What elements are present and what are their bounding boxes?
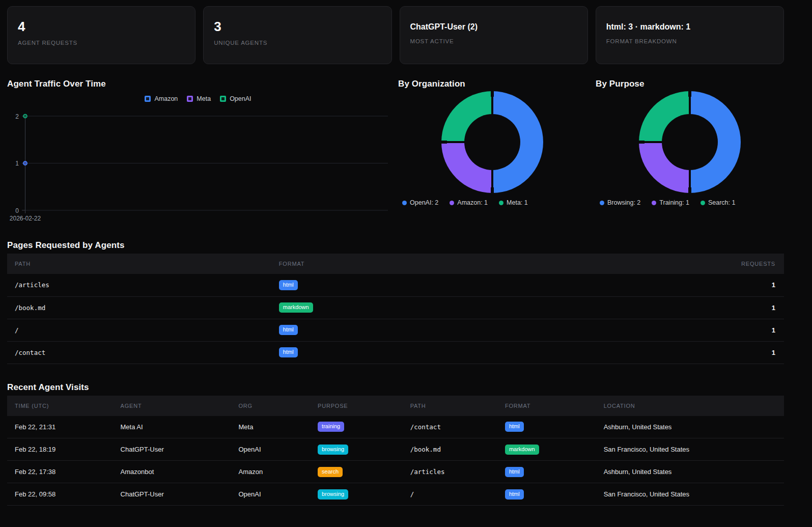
cell-org: Amazon — [231, 461, 310, 483]
legend-dot-icon — [499, 201, 503, 205]
org-donut-chart[interactable] — [441, 91, 543, 193]
cell-location: San Francisco, United States — [596, 483, 784, 506]
purpose-donut-chart[interactable] — [639, 91, 741, 193]
cell-path: / — [7, 319, 271, 341]
badge-search: search — [318, 467, 343, 477]
col-header-location: LOCATION — [596, 396, 784, 416]
traffic-chart-plot[interactable]: 2 1 0 2026-02-22 — [7, 104, 389, 222]
cell-format: html — [497, 416, 596, 438]
col-header-requests: REQUESTS — [706, 254, 784, 274]
donut-legend-label: Search: 1 — [708, 199, 736, 206]
legend-label: Amazon — [154, 95, 178, 102]
table-row: Feb 22, 21:31Meta AIMetatraining/contact… — [7, 416, 784, 438]
stat-value: ChatGPT-User (2) — [410, 20, 577, 32]
visits-table-header-row: TIME (UTC) AGENT ORG PURPOSE PATH FORMAT… — [7, 396, 784, 416]
stat-card-most-active: ChatGPT-User (2) MOST ACTIVE — [400, 6, 588, 64]
donut-legend-item-training: Training: 1 — [652, 199, 689, 206]
stat-card-agent-requests: 4 AGENT REQUESTS — [7, 6, 195, 64]
badge-html: html — [505, 422, 524, 432]
stats-row: 4 AGENT REQUESTS 3 UNIQUE AGENTS ChatGPT… — [7, 6, 784, 64]
table-row: Feb 22, 18:19ChatGPT-UserOpenAIbrowsing/… — [7, 438, 784, 461]
donut-legend-label: Browsing: 2 — [607, 199, 640, 206]
purpose-donut-wrap — [596, 91, 784, 193]
stat-card-format-breakdown: html: 3 · markdown: 1 FORMAT BREAKDOWN — [596, 6, 784, 64]
traffic-chart-legend: AmazonMetaOpenAI — [7, 95, 389, 103]
legend-item-meta[interactable]: Meta — [187, 95, 211, 102]
cell-time: Feb 22, 09:58 — [7, 483, 113, 506]
badge-html: html — [279, 347, 298, 357]
stat-value: 3 — [214, 20, 381, 33]
cell-agent: Amazonbot — [113, 461, 231, 483]
donut-legend-item-browsing: Browsing: 2 — [600, 199, 640, 206]
badge-training: training — [318, 422, 344, 432]
legend-label: OpenAI — [230, 95, 251, 102]
table-row: Feb 22, 09:58ChatGPT-UserOpenAIbrowsing/… — [7, 483, 784, 506]
legend-item-amazon[interactable]: Amazon — [145, 95, 178, 102]
traffic-chart-section: Agent Traffic Over Time AmazonMetaOpenAI… — [7, 79, 389, 222]
org-chart-title: By Organization — [398, 79, 586, 89]
y-tick-0: 0 — [15, 207, 19, 214]
table-row: /html1 — [7, 319, 784, 341]
cell-agent: Meta AI — [113, 416, 231, 438]
legend-dot-icon — [600, 201, 604, 205]
visits-table: TIME (UTC) AGENT ORG PURPOSE PATH FORMAT… — [7, 396, 784, 506]
stat-label: MOST ACTIVE — [410, 38, 577, 44]
col-header-org: ORG — [231, 396, 310, 416]
legend-dot-icon — [450, 201, 454, 205]
charts-row: Agent Traffic Over Time AmazonMetaOpenAI… — [7, 79, 784, 222]
purpose-chart-title: By Purpose — [596, 79, 784, 89]
data-point-openai[interactable] — [23, 115, 27, 118]
donut-legend-label: OpenAI: 2 — [410, 199, 438, 206]
col-header-purpose: PURPOSE — [310, 396, 403, 416]
col-header-path: PATH — [7, 254, 271, 274]
col-header-time: TIME (UTC) — [7, 396, 113, 416]
cell-format: html — [271, 274, 707, 296]
donut-legend-label: Amazon: 1 — [457, 199, 488, 206]
cell-requests: 1 — [706, 319, 784, 341]
cell-location: Ashburn, United States — [596, 461, 784, 483]
cell-format: html — [271, 319, 707, 341]
legend-dot-icon — [652, 201, 656, 205]
pages-table: PATH FORMAT REQUESTS /articleshtml1/book… — [7, 254, 784, 364]
cell-format: html — [497, 483, 596, 506]
cell-time: Feb 22, 17:38 — [7, 461, 113, 483]
legend-box-icon — [187, 96, 193, 102]
cell-time: Feb 22, 18:19 — [7, 438, 113, 461]
badge-html: html — [505, 489, 524, 500]
org-donut-legend: OpenAI: 2Amazon: 1Meta: 1 — [398, 199, 586, 206]
donut-legend-item-amazon: Amazon: 1 — [450, 199, 488, 206]
stat-label: UNIQUE AGENTS — [214, 40, 381, 46]
stat-card-unique-agents: 3 UNIQUE AGENTS — [203, 6, 391, 64]
stat-value: 4 — [18, 20, 185, 33]
badge-markdown: markdown — [279, 302, 313, 313]
pages-table-header-row: PATH FORMAT REQUESTS — [7, 254, 784, 274]
visits-table-title: Recent Agent Visits — [7, 382, 784, 393]
cell-purpose: browsing — [310, 438, 403, 461]
badge-browsing: browsing — [318, 489, 348, 500]
legend-box-icon — [220, 96, 226, 102]
y-tick-2: 2 — [15, 113, 19, 120]
legend-item-openai[interactable]: OpenAI — [220, 95, 251, 102]
table-row: /articleshtml1 — [7, 274, 784, 296]
cell-path: / — [403, 483, 497, 506]
table-row: /book.mdmarkdown1 — [7, 296, 784, 319]
cell-org: Meta — [231, 416, 310, 438]
cell-purpose: search — [310, 461, 403, 483]
stat-label: AGENT REQUESTS — [18, 40, 185, 46]
legend-box-icon — [145, 96, 151, 102]
stat-value: html: 3 · markdown: 1 — [606, 20, 773, 32]
donut-legend-label: Training: 1 — [659, 199, 689, 206]
col-header-format: FORMAT — [271, 254, 707, 274]
col-header-format: FORMAT — [497, 396, 596, 416]
cell-path: /articles — [403, 461, 497, 483]
cell-time: Feb 22, 21:31 — [7, 416, 113, 438]
purpose-chart-section: By Purpose Browsing: 2Training: 1Search:… — [596, 79, 784, 222]
cell-requests: 1 — [706, 296, 784, 319]
cell-path: /contact — [403, 416, 497, 438]
stat-label: FORMAT BREAKDOWN — [606, 38, 773, 44]
col-header-agent: AGENT — [113, 396, 231, 416]
data-point-amazon[interactable] — [23, 161, 27, 165]
donut-legend-item-openai: OpenAI: 2 — [402, 199, 438, 206]
table-row: Feb 22, 17:38AmazonbotAmazonsearch/artic… — [7, 461, 784, 483]
pages-table-section: Pages Requested by Agents PATH FORMAT RE… — [7, 240, 784, 364]
